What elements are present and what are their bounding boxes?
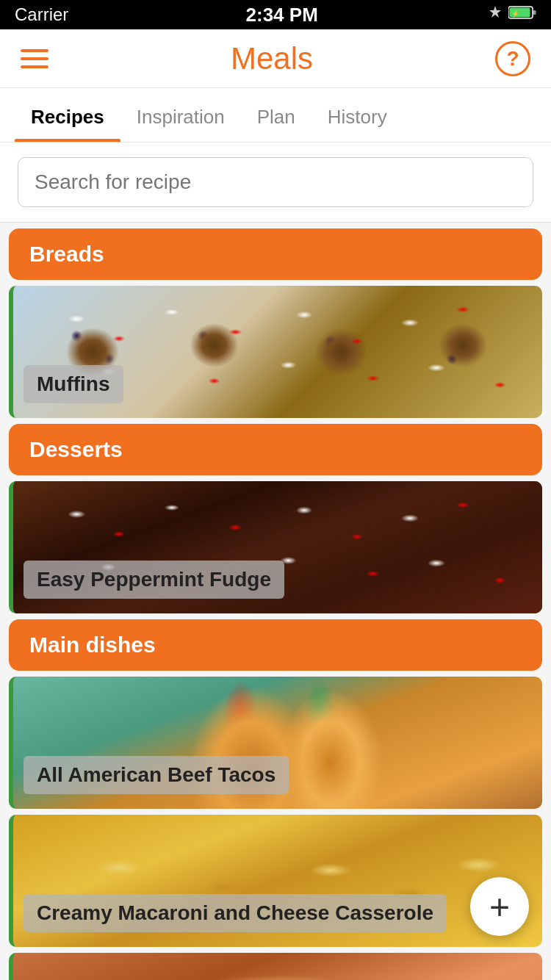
tab-bar: Recipes Inspiration Plan History [0, 88, 551, 143]
carrier-label: Carrier [15, 4, 68, 25]
recipe-label-tacos: All American Beef Tacos [24, 756, 289, 794]
status-right: ⚡ [488, 4, 536, 25]
category-main-dishes-header[interactable]: Main dishes [9, 619, 542, 671]
recipe-card-tacos[interactable]: All American Beef Tacos [9, 677, 542, 809]
tab-inspiration[interactable]: Inspiration [120, 88, 241, 142]
help-button[interactable]: ? [495, 41, 530, 76]
search-input[interactable] [18, 157, 533, 207]
recipe-label-fudge: Easy Peppermint Fudge [24, 561, 284, 599]
tab-plan[interactable]: Plan [241, 88, 311, 142]
recipe-label-muffins: Muffins [24, 365, 123, 403]
category-desserts-header[interactable]: Desserts [9, 424, 542, 475]
add-icon: + [489, 887, 510, 927]
svg-text:⚡: ⚡ [511, 10, 520, 18]
recipes-content: Breads Muffins Desserts Easy Peppermint … [0, 228, 551, 980]
category-desserts-label: Desserts [29, 437, 123, 461]
app-header: Meals ? [0, 29, 551, 88]
menu-button[interactable] [21, 49, 48, 68]
svg-rect-3 [533, 10, 536, 15]
recipe-card-keto-casserole[interactable]: Keto Tex-Mex Casserole [9, 953, 542, 980]
recipe-label-mac-cheese: Creamy Macaroni and Cheese Casserole [24, 894, 447, 932]
category-breads-header[interactable]: Breads [9, 228, 542, 280]
status-time: 2:34 PM [246, 4, 318, 26]
search-container [0, 143, 551, 223]
add-recipe-button[interactable]: + [470, 877, 529, 936]
recipe-card-mac-cheese[interactable]: Creamy Macaroni and Cheese Casserole [9, 815, 542, 947]
location-icon [488, 4, 503, 25]
category-breads-label: Breads [29, 242, 104, 266]
tab-history[interactable]: History [311, 88, 403, 142]
app-title: Meals [231, 41, 313, 76]
status-left: Carrier [15, 4, 76, 25]
recipe-card-fudge[interactable]: Easy Peppermint Fudge [9, 481, 542, 613]
category-main-dishes-label: Main dishes [29, 633, 156, 657]
battery-icon: ⚡ [508, 4, 536, 25]
status-bar: Carrier 2:34 PM ⚡ [0, 0, 551, 29]
tab-recipes[interactable]: Recipes [15, 88, 120, 142]
recipe-card-muffins[interactable]: Muffins [9, 286, 542, 418]
